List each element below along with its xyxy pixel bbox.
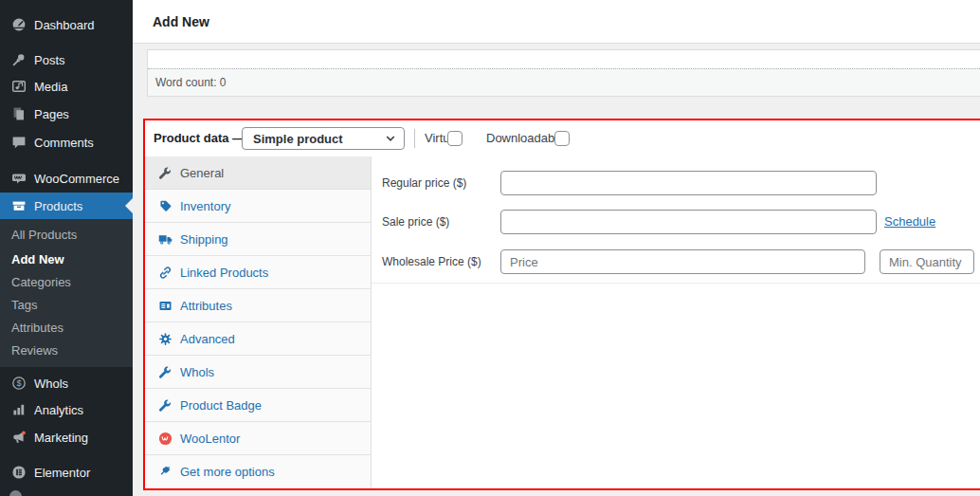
editor-statusbar: Word count: 0 [148, 68, 980, 96]
sidebar-item-woocommerce[interactable]: WooCommerce [0, 165, 133, 192]
elementor-icon [10, 465, 27, 481]
page-title: Add New [153, 14, 209, 29]
megaphone-icon [10, 430, 27, 446]
wrench-icon [158, 398, 172, 413]
sidebar-item-label: Dashboard [34, 18, 95, 32]
submenu-item-all-products[interactable]: All Products [0, 226, 133, 245]
chevron-down-icon [385, 133, 396, 144]
submenu-item-attributes[interactable]: Attributes [0, 319, 133, 338]
tab-label: Get more options [180, 465, 275, 479]
clipped-menu-icon [9, 490, 22, 496]
sidebar-item-label: Analytics [34, 403, 83, 417]
sidebar-item-elementor[interactable]: Elementor [0, 459, 133, 486]
sidebar-item-products[interactable]: Products [0, 193, 133, 219]
sidebar-item-label: Whols [34, 377, 68, 391]
header-divider [414, 129, 415, 148]
sidebar-item-whols[interactable]: $ Whols [0, 370, 133, 396]
sidebar-item-media[interactable]: Media [0, 73, 133, 100]
wholesale-min-quantity-input[interactable] [880, 249, 974, 274]
sidebar-item-label: Comments [34, 136, 94, 150]
media-icon [10, 79, 27, 95]
submenu-item-reviews[interactable]: Reviews [0, 341, 133, 360]
comment-icon [10, 135, 27, 151]
tab-product-badge[interactable]: Product Badge [145, 389, 371, 422]
woo-bubble-icon [10, 171, 27, 187]
tab-inventory[interactable]: Inventory [145, 190, 371, 223]
tab-general[interactable]: General [145, 156, 371, 190]
tab-attributes[interactable]: Attributes [145, 289, 371, 322]
submenu-item-add-new[interactable]: Add New [0, 250, 133, 269]
tab-advanced[interactable]: Advanced [145, 322, 371, 356]
tag-icon [158, 199, 172, 213]
tab-label: Product Badge [180, 398, 262, 413]
product-data-content: Regular price ($) Sale price ($) Schedul… [372, 156, 980, 488]
tab-label: Whols [180, 365, 214, 379]
post-editor: Word count: 0 [147, 49, 980, 97]
product-data-panel: Product data — Simple product Virtual: D… [145, 120, 980, 488]
editor-content-area[interactable] [148, 50, 980, 68]
virtual-checkbox[interactable] [447, 131, 463, 146]
sidebar-item-label: Elementor [34, 466, 90, 480]
schedule-link[interactable]: Schedule [884, 214, 935, 229]
wholesale-price-input[interactable] [500, 249, 865, 274]
wholesale-price-label: Wholesale Price ($) [382, 255, 481, 268]
tab-label: Shipping [180, 232, 228, 247]
wordpress-admin-page: Dashboard Posts Media Pages Comments Woo… [0, 0, 980, 496]
card-icon [158, 299, 172, 313]
admin-sidebar: Dashboard Posts Media Pages Comments Woo… [0, 0, 133, 496]
regular-price-label: Regular price ($) [382, 176, 466, 190]
truck-icon [158, 232, 172, 247]
sidebar-item-analytics[interactable]: Analytics [0, 396, 133, 423]
downloadable-checkbox[interactable] [554, 131, 570, 146]
tab-label: General [180, 166, 224, 180]
tab-label: Linked Products [180, 266, 268, 280]
tab-label: Inventory [180, 199, 230, 213]
sidebar-item-label: Products [34, 199, 82, 213]
product-type-select[interactable]: Simple product [242, 127, 405, 150]
sidebar-item-pages[interactable]: Pages [0, 101, 133, 127]
sidebar-item-label: Pages [34, 107, 69, 121]
sidebar-item-marketing[interactable]: Marketing [0, 424, 133, 450]
field-group-divider [372, 283, 980, 284]
gear-icon [158, 332, 172, 346]
tab-label: Attributes [180, 299, 232, 313]
tab-linked-products[interactable]: Linked Products [145, 256, 371, 289]
tab-woolentor[interactable]: WooLentor [145, 422, 371, 455]
pages-icon [10, 106, 27, 122]
submenu-item-categories[interactable]: Categories [0, 273, 133, 292]
sidebar-item-label: Marketing [34, 431, 88, 445]
svg-text:$: $ [16, 378, 21, 388]
current-menu-arrow [125, 198, 133, 213]
gauge-icon [10, 17, 27, 33]
sale-price-label: Sale price ($) [382, 215, 449, 229]
link-icon [158, 266, 172, 280]
plug-icon [158, 465, 172, 479]
product-data-header: Product data — Simple product Virtual: D… [145, 120, 980, 156]
sidebar-item-label: Posts [34, 53, 65, 67]
product-data-title: Product data — [154, 120, 245, 156]
submenu-item-tags[interactable]: Tags [0, 296, 133, 315]
pin-icon [10, 52, 27, 68]
products-submenu: All Products Add New Categories Tags Att… [0, 219, 133, 367]
sale-price-input[interactable] [500, 210, 877, 234]
word-count: Word count: 0 [155, 76, 226, 89]
woolentor-icon [158, 432, 172, 446]
sidebar-item-comments[interactable]: Comments [0, 129, 133, 156]
page-header: Add New [133, 0, 980, 44]
regular-price-input[interactable] [500, 171, 877, 195]
sidebar-item-label: Media [34, 80, 67, 94]
sidebar-item-dashboard[interactable]: Dashboard [0, 11, 133, 38]
tab-get-more-options[interactable]: Get more options [145, 455, 371, 488]
tab-label: Advanced [180, 332, 235, 346]
product-box-icon [10, 198, 27, 214]
tab-shipping[interactable]: Shipping [145, 223, 371, 256]
wrench-icon [158, 166, 172, 180]
bar-chart-icon [10, 402, 27, 418]
wrench-icon [158, 365, 172, 379]
tab-label: WooLentor [180, 432, 240, 446]
dollar-circle-icon: $ [10, 376, 27, 392]
product-data-tabs: General Inventory Shipping Linked Produc… [145, 156, 372, 488]
sidebar-item-posts[interactable]: Posts [0, 46, 133, 73]
product-type-value: Simple product [253, 132, 343, 146]
tab-whols[interactable]: Whols [145, 356, 371, 389]
